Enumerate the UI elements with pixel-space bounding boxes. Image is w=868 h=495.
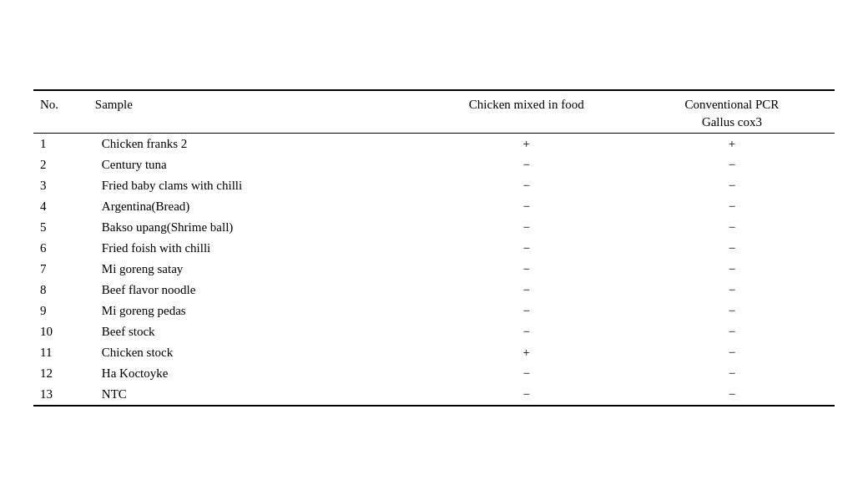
cell-chicken: − xyxy=(424,238,629,259)
header-row-1: No. Sample Chicken mixed in food Convent… xyxy=(33,90,835,114)
cell-chicken: − xyxy=(424,175,629,196)
cell-sample: Fried foish with chilli xyxy=(95,238,424,259)
header-row-2: Gallus cox3 xyxy=(33,114,835,134)
table-wrapper: No. Sample Chicken mixed in food Convent… xyxy=(33,89,835,407)
cell-gallus: − xyxy=(629,384,835,406)
cell-no: 10 xyxy=(33,321,95,342)
table-row: 4Argentina(Bread)−− xyxy=(33,196,835,217)
table-row: 6Fried foish with chilli−− xyxy=(33,238,835,259)
cell-sample: Bakso upang(Shrime ball) xyxy=(95,217,424,238)
header-chicken-empty xyxy=(424,114,629,134)
cell-no: 7 xyxy=(33,259,95,280)
cell-gallus: − xyxy=(629,238,835,259)
header-gallus: Gallus cox3 xyxy=(629,114,835,134)
header-conventional-pcr: Conventional PCR xyxy=(629,90,835,114)
table-row: 10Beef stock−− xyxy=(33,321,835,342)
cell-gallus: − xyxy=(629,175,835,196)
cell-sample: Mi goreng satay xyxy=(95,259,424,280)
cell-sample: Mi goreng pedas xyxy=(95,301,424,321)
table-row: 8Beef flavor noodle−− xyxy=(33,280,835,301)
cell-chicken: − xyxy=(424,196,629,217)
cell-sample: Ha Koctoyke xyxy=(95,363,424,384)
cell-sample: Chicken stock xyxy=(95,342,424,363)
table-row: 11Chicken stock+− xyxy=(33,342,835,363)
table-row: 2Century tuna−− xyxy=(33,154,835,175)
header-chicken-mixed: Chicken mixed in food xyxy=(424,90,629,114)
cell-chicken: + xyxy=(424,133,629,154)
cell-no: 2 xyxy=(33,154,95,175)
cell-chicken: − xyxy=(424,301,629,321)
header-sample-empty xyxy=(95,114,424,134)
cell-gallus: − xyxy=(629,217,835,238)
table-body: 1Chicken franks 2++2Century tuna−−3Fried… xyxy=(33,133,835,406)
cell-gallus: + xyxy=(629,133,835,154)
cell-chicken: + xyxy=(424,342,629,363)
cell-gallus: − xyxy=(629,321,835,342)
cell-gallus: − xyxy=(629,301,835,321)
cell-chicken: − xyxy=(424,154,629,175)
cell-sample: Century tuna xyxy=(95,154,424,175)
cell-no: 8 xyxy=(33,280,95,301)
cell-gallus: − xyxy=(629,363,835,384)
table-row: 5Bakso upang(Shrime ball)−− xyxy=(33,217,835,238)
results-table: No. Sample Chicken mixed in food Convent… xyxy=(33,89,835,407)
cell-no: 11 xyxy=(33,342,95,363)
cell-gallus: − xyxy=(629,196,835,217)
cell-chicken: − xyxy=(424,259,629,280)
table-row: 9Mi goreng pedas−− xyxy=(33,301,835,321)
cell-no: 1 xyxy=(33,133,95,154)
cell-chicken: − xyxy=(424,280,629,301)
cell-no: 12 xyxy=(33,363,95,384)
cell-chicken: − xyxy=(424,363,629,384)
cell-sample: Beef flavor noodle xyxy=(95,280,424,301)
cell-sample: Beef stock xyxy=(95,321,424,342)
table-row: 13NTC−− xyxy=(33,384,835,406)
cell-no: 4 xyxy=(33,196,95,217)
cell-no: 13 xyxy=(33,384,95,406)
cell-sample: NTC xyxy=(95,384,424,406)
cell-chicken: − xyxy=(424,217,629,238)
cell-sample: Argentina(Bread) xyxy=(95,196,424,217)
cell-chicken: − xyxy=(424,384,629,406)
cell-chicken: − xyxy=(424,321,629,342)
header-sample: Sample xyxy=(95,90,424,114)
header-no: No. xyxy=(33,90,95,114)
cell-no: 6 xyxy=(33,238,95,259)
cell-no: 9 xyxy=(33,301,95,321)
table-row: 12Ha Koctoyke−− xyxy=(33,363,835,384)
cell-no: 3 xyxy=(33,175,95,196)
cell-gallus: − xyxy=(629,342,835,363)
header-no-empty xyxy=(33,114,95,134)
table-row: 3Fried baby clams with chilli−− xyxy=(33,175,835,196)
cell-gallus: − xyxy=(629,154,835,175)
cell-sample: Fried baby clams with chilli xyxy=(95,175,424,196)
table-row: 1Chicken franks 2++ xyxy=(33,133,835,154)
cell-sample: Chicken franks 2 xyxy=(95,133,424,154)
cell-gallus: − xyxy=(629,280,835,301)
cell-gallus: − xyxy=(629,259,835,280)
cell-no: 5 xyxy=(33,217,95,238)
table-row: 7Mi goreng satay−− xyxy=(33,259,835,280)
